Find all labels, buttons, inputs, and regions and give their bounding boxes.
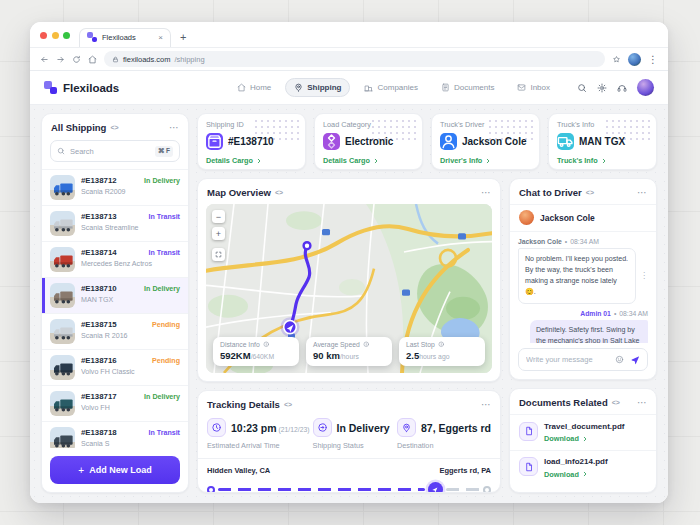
map-stat-chips: Distance Info592KM/640KMAverage Speed90 … bbox=[213, 337, 485, 366]
nav-item-documents[interactable]: Documents bbox=[432, 78, 503, 97]
send-icon[interactable] bbox=[630, 355, 640, 365]
map-more-menu[interactable]: ⋯ bbox=[481, 191, 491, 195]
emoji-icon[interactable] bbox=[615, 355, 624, 364]
truck-model: MAN TGX bbox=[81, 296, 180, 304]
card-link-label: Driver's Info bbox=[440, 156, 482, 165]
card-value: MAN TGX bbox=[579, 136, 625, 147]
stat-value: 90 km bbox=[313, 350, 340, 361]
tracking-more-menu[interactable]: ⋯ bbox=[481, 403, 491, 407]
shipping-list-item[interactable]: #E138713In TransitScania Streamline bbox=[42, 205, 188, 241]
progress-remaining bbox=[446, 488, 480, 491]
shipping-item-info: #E138710In DeliveryMAN TGX bbox=[81, 284, 180, 304]
shipping-list-item[interactable]: #E138717In DeliveryVolvo FH bbox=[42, 385, 188, 421]
card-value: Jackson Cole bbox=[462, 136, 526, 147]
stat-value: 592KM bbox=[220, 350, 251, 361]
nav-item-inbox[interactable]: Inbox bbox=[508, 78, 559, 97]
map-zoom-out-button[interactable]: − bbox=[212, 210, 225, 223]
nav-item-label: Inbox bbox=[530, 83, 550, 92]
chat-message: Admin 01•08:34 AM⋮Definitely. Safety fir… bbox=[518, 310, 648, 343]
shipping-item-info: #E138713In TransitScania Streamline bbox=[81, 212, 180, 232]
shipping-list-item[interactable]: #E138715PendingScania R 2016 bbox=[42, 313, 188, 349]
shipping-item-info: #E138714In TransitMercedes Benz Actros bbox=[81, 248, 180, 268]
driver-name: Jackson Cole bbox=[540, 213, 595, 223]
nav-item-home[interactable]: Home bbox=[228, 78, 280, 97]
tracking-title: Tracking Details bbox=[207, 399, 280, 410]
search-icon[interactable] bbox=[577, 83, 587, 93]
collapse-icon: <> bbox=[284, 401, 292, 408]
document-item: Travel_document.pdfDownload bbox=[510, 414, 656, 450]
map-stat-label: Average Speed bbox=[313, 341, 360, 348]
message-menu-icon[interactable]: ⋮ bbox=[640, 272, 648, 280]
clock-icon bbox=[207, 418, 226, 437]
document-icon bbox=[441, 83, 450, 92]
documents-more-menu[interactable]: ⋯ bbox=[637, 401, 647, 405]
download-link[interactable]: Download bbox=[544, 470, 608, 479]
card-link-truck-s-info[interactable]: Truck's Info bbox=[557, 156, 648, 165]
card-link-details-cargo[interactable]: Details Cargo bbox=[323, 156, 414, 165]
map-zoom-in-button[interactable]: + bbox=[212, 227, 225, 240]
sidebar-more-menu[interactable]: ⋯ bbox=[169, 126, 179, 130]
browser-tab[interactable]: Flexiloads × bbox=[79, 28, 171, 47]
user-avatar[interactable] bbox=[637, 79, 654, 96]
status-badge: In Delivery bbox=[144, 393, 180, 401]
add-new-load-button[interactable]: + Add New Load bbox=[50, 456, 180, 484]
message-bubble: Definitely. Safety first. Swing by the m… bbox=[530, 320, 648, 343]
search-input[interactable] bbox=[70, 147, 150, 156]
stat-suffix: /640KM bbox=[251, 353, 274, 360]
card-link-details-cargo[interactable]: Details Cargo bbox=[206, 156, 297, 165]
collapse-icon: <> bbox=[110, 124, 118, 131]
map-fullscreen-button[interactable] bbox=[212, 248, 225, 261]
message-meta: Jackson Cole•08:34 AM bbox=[518, 238, 648, 245]
chat-input-box[interactable] bbox=[518, 348, 648, 371]
map-stat-value: 90 km/hours bbox=[313, 350, 385, 361]
url-domain: flexiloads.com bbox=[123, 55, 171, 64]
status-badge: In Transit bbox=[148, 429, 180, 437]
reload-icon[interactable] bbox=[72, 55, 81, 64]
gear-icon[interactable] bbox=[597, 83, 607, 93]
bookmark-star-icon[interactable] bbox=[612, 55, 621, 64]
message-time: 08:34 AM bbox=[570, 238, 599, 245]
shipping-list-item[interactable]: #E138712In DeliveryScania R2009 bbox=[42, 169, 188, 205]
new-tab-button[interactable]: + bbox=[180, 31, 186, 43]
shipping-list-item[interactable]: #E138714In TransitMercedes Benz Actros bbox=[42, 241, 188, 277]
summary-cards: Shipping ID#E138710Details CargoLoad Cat… bbox=[197, 113, 657, 170]
location-icon bbox=[397, 418, 416, 437]
status-icon bbox=[313, 418, 332, 437]
nav-item-companies[interactable]: Companies bbox=[355, 78, 426, 97]
browser-profile-avatar[interactable] bbox=[628, 53, 641, 66]
forward-icon[interactable] bbox=[56, 55, 65, 64]
tracking-stat-value: 87, Eggerts rd bbox=[421, 422, 491, 434]
nav-item-shipping[interactable]: Shipping bbox=[285, 78, 350, 97]
collapse-icon: <> bbox=[586, 189, 594, 196]
truck-icon bbox=[557, 133, 574, 150]
browser-menu-icon[interactable]: ⋮ bbox=[648, 54, 658, 65]
close-window-button[interactable] bbox=[40, 32, 47, 39]
support-icon[interactable] bbox=[617, 83, 627, 93]
search-box[interactable]: ⌘ F bbox=[50, 140, 180, 162]
tracking-stat-shipping-status: In DeliveryShipping Status bbox=[313, 418, 397, 450]
tab-close-icon[interactable]: × bbox=[158, 33, 163, 42]
chat-driver-row[interactable]: Jackson Cole bbox=[510, 204, 656, 232]
maximize-window-button[interactable] bbox=[63, 32, 70, 39]
shipping-item-info: #E138716PendingVolvo FH Classic bbox=[81, 356, 180, 376]
truck-model: Scania R2009 bbox=[81, 188, 180, 196]
file-icon bbox=[519, 422, 538, 441]
card-link-driver-s-info[interactable]: Driver's Info bbox=[440, 156, 531, 165]
message-input[interactable] bbox=[526, 355, 609, 364]
chevron-right-icon bbox=[373, 158, 379, 164]
truck-model: Scania S bbox=[81, 440, 180, 448]
minimize-window-button[interactable] bbox=[52, 32, 59, 39]
shipping-list-item[interactable]: #E138710In DeliveryMAN TGX bbox=[42, 277, 188, 313]
collapse-icon: <> bbox=[612, 399, 620, 406]
shipment-progress-bar bbox=[207, 482, 491, 493]
tracking-stat-estimated-arrival-time: 10:23 pm(21/12/23)Estimated Arrival Time bbox=[207, 418, 313, 450]
download-link[interactable]: Download bbox=[544, 434, 624, 443]
address-bar[interactable]: flexiloads.com/shipping bbox=[104, 51, 605, 67]
shipment-id: #E138717 bbox=[81, 392, 117, 401]
chat-more-menu[interactable]: ⋯ bbox=[637, 191, 647, 195]
back-icon[interactable] bbox=[40, 55, 49, 64]
shipping-list-item[interactable]: #E138716PendingVolvo FH Classic bbox=[42, 349, 188, 385]
map-container[interactable]: − + Distance Info592KM/640KMAverage Spee… bbox=[206, 204, 492, 373]
browser-home-icon[interactable] bbox=[88, 55, 97, 64]
shipping-list-item[interactable]: #E138718In TransitScania S bbox=[42, 421, 188, 448]
